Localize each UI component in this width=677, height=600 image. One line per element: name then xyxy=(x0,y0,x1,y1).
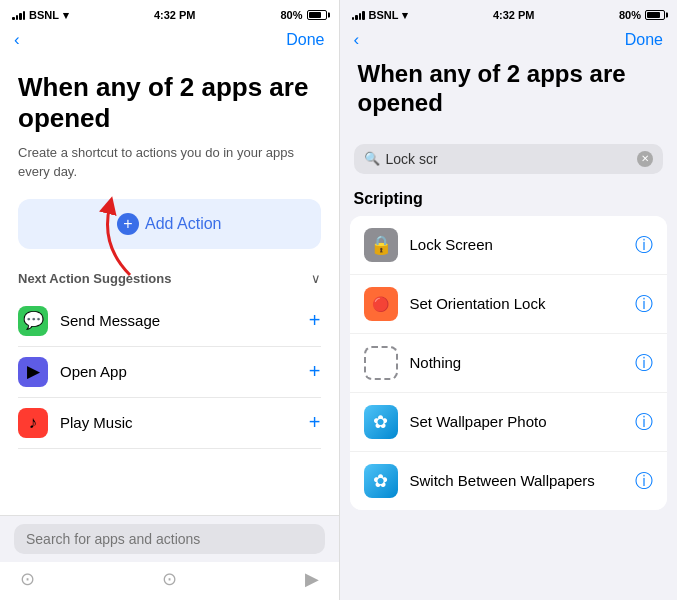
status-bar-right: BSNL ▾ 4:32 PM 80% xyxy=(340,0,678,28)
red-arrow-left xyxy=(70,195,150,285)
nothing-info-button[interactable]: ⓘ xyxy=(635,351,653,375)
clear-search-button[interactable]: ✕ xyxy=(637,151,653,167)
done-button-left[interactable]: Done xyxy=(286,31,324,49)
search-icon: 🔍 xyxy=(364,151,380,166)
list-item[interactable]: ✿ Set Wallpaper Photo ⓘ xyxy=(350,393,668,452)
add-open-app-button[interactable]: + xyxy=(309,360,321,383)
next-action-header: Next Action Suggestions ∨ xyxy=(18,271,321,286)
signal-icon xyxy=(12,10,25,20)
list-item[interactable]: 🔴 Set Orientation Lock ⓘ xyxy=(350,275,668,334)
nav-bar-left: ‹ Done xyxy=(0,28,339,56)
time-left: 4:32 PM xyxy=(154,9,196,21)
set-wallpaper-info-button[interactable]: ⓘ xyxy=(635,410,653,434)
search-input-left[interactable] xyxy=(14,524,325,554)
play-music-label: Play Music xyxy=(60,414,133,431)
send-message-label: Send Message xyxy=(60,312,160,329)
open-app-label: Open App xyxy=(60,363,127,380)
time-right: 4:32 PM xyxy=(493,9,535,21)
switch-wallpaper-label: Switch Between Wallpapers xyxy=(410,472,624,489)
chevron-icon[interactable]: ∨ xyxy=(311,271,321,286)
list-item: 💬 Send Message + xyxy=(18,296,321,347)
carrier-right: BSNL xyxy=(369,9,399,21)
nothing-icon xyxy=(364,346,398,380)
bottom-toolbar: ⊙ ⊙ ▶ xyxy=(0,562,339,600)
send-message-icon: 💬 xyxy=(18,306,48,336)
add-send-message-button[interactable]: + xyxy=(309,309,321,332)
play-music-icon: ♪ xyxy=(18,408,48,438)
back-button-right[interactable]: ‹ xyxy=(354,30,360,50)
back-button-left[interactable]: ‹ xyxy=(14,30,20,50)
add-play-music-button[interactable]: + xyxy=(309,411,321,434)
search-bar-bottom xyxy=(0,515,339,562)
left-heading: When any of 2 apps are opened xyxy=(18,72,321,134)
set-orientation-icon: 🔴 xyxy=(364,287,398,321)
add-action-label: Add Action xyxy=(145,215,222,233)
list-item[interactable]: Nothing ⓘ xyxy=(350,334,668,393)
open-app-icon: ▶ xyxy=(18,357,48,387)
list-item[interactable]: ✿ Switch Between Wallpapers ⓘ xyxy=(350,452,668,510)
nothing-label: Nothing xyxy=(410,354,624,371)
switch-wallpaper-icon: ✿ xyxy=(364,464,398,498)
results-list: 🔒 Lock Screen ⓘ 🔴 Set Orientation Lock ⓘ… xyxy=(350,216,668,510)
set-wallpaper-icon: ✿ xyxy=(364,405,398,439)
add-action-button[interactable]: + Add Action xyxy=(18,199,321,249)
wifi-icon-left: ▾ xyxy=(63,9,69,22)
lock-screen-label: Lock Screen xyxy=(410,236,624,253)
play-icon[interactable]: ▶ xyxy=(305,568,319,590)
right-heading: When any of 2 apps are opened xyxy=(358,60,660,118)
lock-screen-info-button[interactable]: ⓘ xyxy=(635,233,653,257)
set-orientation-info-button[interactable]: ⓘ xyxy=(635,292,653,316)
left-content: When any of 2 apps are opened Create a s… xyxy=(0,56,339,515)
list-item: ▶ Open App + xyxy=(18,347,321,398)
battery-icon-right xyxy=(645,10,665,20)
scripting-header: Scripting xyxy=(340,184,678,216)
lock-screen-icon: 🔒 xyxy=(364,228,398,262)
search-input-right[interactable] xyxy=(386,151,632,167)
status-bar-left: BSNL ▾ 4:32 PM 80% xyxy=(0,0,339,28)
nav-bar-right: ‹ Done xyxy=(340,28,678,56)
right-heading-container: When any of 2 apps are opened xyxy=(340,56,678,138)
list-item: ♪ Play Music + xyxy=(18,398,321,449)
forward-media-icon[interactable]: ⊙ xyxy=(162,568,177,590)
done-button-right[interactable]: Done xyxy=(625,31,663,49)
list-item[interactable]: 🔒 Lock Screen ⓘ xyxy=(350,216,668,275)
carrier-left: BSNL xyxy=(29,9,59,21)
signal-icon-right xyxy=(352,10,365,20)
switch-wallpaper-info-button[interactable]: ⓘ xyxy=(635,469,653,493)
set-wallpaper-label: Set Wallpaper Photo xyxy=(410,413,624,430)
battery-icon-left xyxy=(307,10,327,20)
set-orientation-label: Set Orientation Lock xyxy=(410,295,624,312)
battery-percent-right: 80% xyxy=(619,9,641,21)
battery-percent-left: 80% xyxy=(280,9,302,21)
wifi-icon-right: ▾ xyxy=(402,9,408,22)
left-subtext: Create a shortcut to actions you do in y… xyxy=(18,144,321,180)
search-top-container: 🔍 ✕ xyxy=(354,144,664,174)
back-media-icon[interactable]: ⊙ xyxy=(20,568,35,590)
search-box: 🔍 ✕ xyxy=(354,144,664,174)
